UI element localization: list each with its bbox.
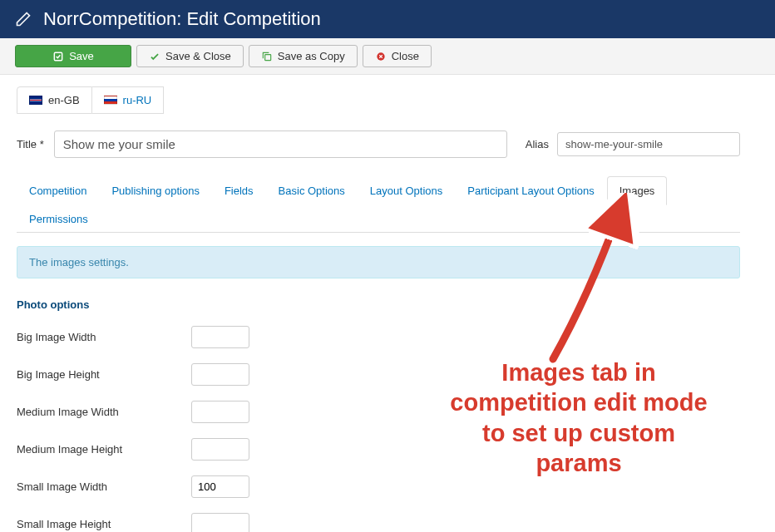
title-label: Title * — [17, 138, 44, 150]
copy-icon — [261, 51, 273, 62]
flag-gb-icon — [29, 96, 42, 105]
option-label: Big Image Width — [17, 331, 191, 343]
close-label: Close — [392, 50, 419, 62]
option-row-small-height: Small Image Height — [17, 513, 740, 532]
check-icon — [149, 51, 160, 62]
small-image-width-input[interactable] — [191, 475, 249, 498]
section-title: Photo options — [17, 298, 740, 311]
alias-input[interactable] — [557, 132, 740, 156]
tab-publishing[interactable]: Publishing options — [99, 176, 212, 205]
title-row: Title * Alias — [17, 131, 740, 158]
small-image-height-input[interactable] — [191, 513, 249, 532]
option-label: Big Image Height — [17, 368, 191, 381]
page-title: NorrCompetition: Edit Competition — [43, 8, 321, 30]
option-row-medium-height: Medium Image Height — [17, 438, 740, 461]
apply-icon — [52, 51, 64, 62]
tab-layout-options[interactable]: Layout Options — [358, 176, 455, 205]
close-button[interactable]: Close — [363, 45, 432, 67]
option-row-medium-width: Medium Image Width — [17, 401, 740, 423]
option-label: Small Image Width — [17, 480, 191, 493]
lang-tab-ru-ru[interactable]: ru-RU — [92, 86, 165, 114]
flag-ru-icon — [104, 96, 117, 105]
option-row-big-width: Big Image Width — [17, 326, 740, 348]
tab-basic-options[interactable]: Basic Options — [266, 176, 358, 205]
save-close-button[interactable]: Save & Close — [136, 45, 244, 67]
tab-images[interactable]: Images — [607, 176, 668, 205]
close-icon — [375, 51, 387, 62]
save-copy-button[interactable]: Save as Copy — [249, 45, 358, 67]
medium-image-width-input[interactable] — [191, 401, 249, 423]
lang-label: en-GB — [48, 94, 80, 106]
info-message: The images settings. — [17, 246, 740, 278]
page-header: NorrCompetition: Edit Competition — [0, 0, 775, 38]
config-tabs: Competition Publishing options Fields Ba… — [17, 176, 740, 233]
tab-fields[interactable]: Fields — [212, 176, 266, 205]
save-copy-label: Save as Copy — [278, 50, 345, 62]
save-close-label: Save & Close — [165, 50, 231, 62]
pencil-icon — [15, 11, 32, 27]
big-image-height-input[interactable] — [191, 363, 249, 386]
option-label: Small Image Height — [17, 518, 191, 530]
big-image-width-input[interactable] — [191, 326, 249, 348]
save-label: Save — [69, 50, 94, 62]
tab-permissions[interactable]: Permissions — [17, 204, 101, 233]
action-toolbar: Save Save & Close Save as Copy Close — [0, 38, 775, 75]
alias-label: Alias — [526, 138, 549, 150]
language-tabs: en-GB ru-RU — [17, 86, 740, 114]
tab-competition[interactable]: Competition — [17, 176, 99, 205]
save-button[interactable]: Save — [15, 45, 131, 67]
option-label: Medium Image Width — [17, 406, 191, 418]
lang-label: ru-RU — [123, 94, 152, 106]
tab-participant-layout[interactable]: Participant Layout Options — [455, 176, 606, 205]
option-label: Medium Image Height — [17, 443, 191, 456]
medium-image-height-input[interactable] — [191, 438, 249, 461]
option-row-small-width: Small Image Width — [17, 475, 740, 498]
content-area: en-GB ru-RU Title * Alias Competition Pu… — [0, 75, 757, 532]
title-input[interactable] — [54, 131, 507, 158]
alias-group: Alias — [526, 132, 740, 156]
svg-rect-1 — [264, 54, 270, 60]
option-row-big-height: Big Image Height — [17, 363, 740, 386]
lang-tab-en-gb[interactable]: en-GB — [17, 86, 92, 114]
